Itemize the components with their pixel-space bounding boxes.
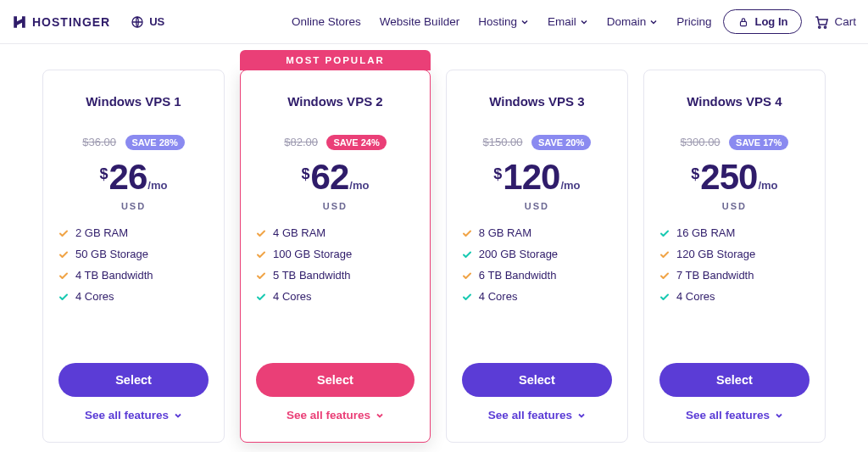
price-amount: 26 [109, 157, 147, 198]
plan-name: Windows VPS 1 [58, 94, 209, 109]
price-row: $82.00 SAVE 24% [256, 134, 415, 150]
feature-item: 8 GB RAM [462, 226, 612, 239]
feature-text: 100 GB Storage [273, 248, 352, 260]
feature-item: 4 Cores [256, 290, 415, 303]
select-button[interactable]: Select [58, 363, 209, 397]
feature-item: 4 GB RAM [256, 226, 415, 239]
feature-list: 16 GB RAM120 GB Storage7 TB Bandwidth4 C… [659, 226, 810, 303]
select-button[interactable]: Select [256, 363, 415, 397]
price: $ 250 /mo [659, 157, 810, 198]
feature-list: 2 GB RAM50 GB Storage4 TB Bandwidth4 Cor… [58, 226, 209, 303]
svg-point-3 [825, 25, 826, 27]
region-label: US [149, 15, 164, 28]
currency-symbol: $ [302, 165, 310, 183]
price: $ 62 /mo [256, 157, 415, 198]
check-icon [58, 292, 69, 302]
chevron-down-icon [580, 18, 588, 26]
currency-code: USD [256, 201, 415, 211]
brand-name: HOSTINGER [32, 15, 110, 29]
check-icon [256, 228, 266, 238]
check-icon [256, 271, 266, 281]
check-icon [462, 249, 472, 259]
hostinger-logo-icon [12, 14, 27, 30]
feature-item: 100 GB Storage [256, 248, 415, 260]
feature-item: 16 GB RAM [659, 226, 810, 239]
see-all-features-link[interactable]: See all features [58, 409, 209, 421]
save-badge: SAVE 17% [729, 135, 788, 150]
per-month: /mo [147, 179, 167, 192]
chevron-down-icon [174, 411, 182, 420]
check-icon [58, 249, 69, 259]
plan-name: Windows VPS 3 [462, 94, 612, 109]
chevron-down-icon [775, 411, 783, 420]
price-row: $150.00 SAVE 20% [462, 134, 612, 150]
cart-link[interactable]: Cart [814, 14, 856, 30]
feature-text: 4 Cores [676, 290, 715, 303]
cart-label: Cart [834, 15, 856, 28]
per-month: /mo [758, 179, 777, 192]
nav-website-builder[interactable]: Website Builder [380, 15, 459, 28]
check-icon [462, 271, 472, 281]
feature-item: 4 Cores [462, 290, 612, 303]
feature-list: 8 GB RAM200 GB Storage6 TB Bandwidth4 Co… [462, 226, 612, 303]
old-price: $36.00 [82, 136, 116, 148]
old-price: $300.00 [681, 136, 721, 148]
per-month: /mo [349, 179, 369, 192]
cart-icon [814, 14, 829, 30]
currency-symbol: $ [493, 165, 502, 183]
feature-item: 4 Cores [659, 290, 810, 303]
check-icon [659, 271, 670, 281]
nav-online-stores[interactable]: Online Stores [292, 15, 361, 28]
currency-symbol: $ [100, 165, 108, 183]
feature-item: 5 TB Bandwidth [256, 269, 415, 282]
currency-code: USD [58, 201, 209, 211]
feature-item: 50 GB Storage [58, 248, 209, 260]
select-button[interactable]: Select [462, 363, 612, 397]
main-nav: Online Stores Website Builder Hosting Em… [292, 15, 711, 28]
see-all-features-link[interactable]: See all features [659, 409, 810, 421]
currency-code: USD [659, 201, 810, 211]
nav-domain[interactable]: Domain [607, 15, 659, 28]
check-icon [256, 249, 266, 259]
pricing-plans: Windows VPS 1 $36.00 SAVE 28% $ 26 /mo U… [0, 44, 868, 452]
nav-hosting[interactable]: Hosting [478, 15, 529, 28]
price-amount: 120 [503, 157, 559, 198]
price-amount: 62 [311, 157, 349, 198]
check-icon [659, 228, 670, 238]
see-all-features-link[interactable]: See all features [256, 409, 415, 421]
feature-text: 8 GB RAM [479, 226, 531, 239]
feature-text: 4 TB Bandwidth [75, 269, 153, 282]
see-all-features-link[interactable]: See all features [462, 409, 612, 421]
feature-text: 2 GB RAM [75, 226, 128, 239]
region-selector[interactable]: US [131, 15, 164, 29]
feature-text: 4 Cores [75, 290, 114, 303]
plan-card-3: Windows VPS 3 $150.00 SAVE 20% $ 120 /mo… [446, 70, 628, 443]
login-button[interactable]: Log In [723, 9, 802, 34]
feature-text: 7 TB Bandwidth [676, 269, 754, 282]
check-icon [462, 292, 472, 302]
save-badge: SAVE 28% [125, 135, 185, 150]
login-label: Log In [754, 15, 787, 28]
nav-email[interactable]: Email [548, 15, 588, 28]
feature-text: 120 GB Storage [676, 248, 755, 260]
feature-item: 200 GB Storage [462, 248, 612, 260]
feature-text: 50 GB Storage [75, 248, 148, 260]
topbar: HOSTINGER US Online Stores Website Build… [0, 0, 868, 44]
feature-item: 4 TB Bandwidth [58, 269, 209, 282]
feature-item: 2 GB RAM [58, 226, 209, 239]
price-row: $36.00 SAVE 28% [58, 134, 209, 150]
check-icon [462, 228, 472, 238]
price-row: $300.00 SAVE 17% [659, 134, 810, 150]
select-button[interactable]: Select [659, 363, 810, 397]
brand-logo[interactable]: HOSTINGER [12, 14, 110, 30]
old-price: $82.00 [284, 136, 318, 148]
save-badge: SAVE 24% [326, 135, 386, 150]
check-icon [58, 271, 69, 281]
most-popular-ribbon: MOST POPULAR [240, 50, 431, 70]
old-price: $150.00 [483, 136, 523, 148]
plan-name: Windows VPS 4 [659, 94, 810, 109]
nav-pricing[interactable]: Pricing [676, 15, 711, 28]
price: $ 26 /mo [58, 157, 209, 198]
currency-code: USD [462, 201, 612, 211]
chevron-down-icon [649, 18, 658, 26]
